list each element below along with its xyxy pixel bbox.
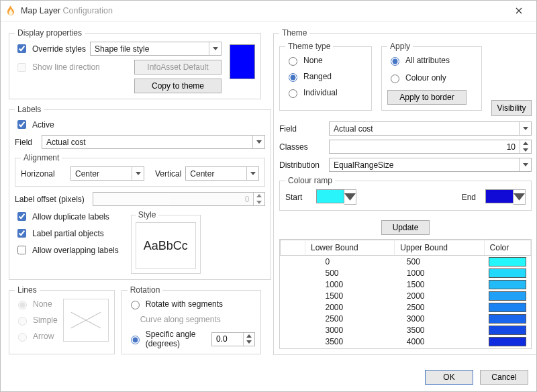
theme-classes-label: Classes <box>279 142 325 152</box>
theme-type-ranged-radio[interactable]: Ranged <box>285 71 366 82</box>
style-preview-box[interactable]: AaBbCc <box>136 222 196 269</box>
theme-type-none-radio[interactable]: None <box>285 55 366 66</box>
lines-legend: Lines <box>15 285 40 295</box>
theme-legend: Theme <box>279 28 309 38</box>
display-properties-legend: Display properties <box>15 28 85 38</box>
close-button[interactable] <box>505 1 532 20</box>
theme-classes-spinner[interactable] <box>329 140 532 154</box>
window-title: Map Layer Configuration <box>21 6 113 15</box>
chevron-down-icon <box>519 158 531 171</box>
table-row[interactable]: 25003000 <box>281 313 531 324</box>
apply-colour-radio[interactable]: Colour only <box>387 72 476 83</box>
style-preview-legend: Style <box>136 210 159 219</box>
close-icon <box>516 7 522 14</box>
bounds-table: Lower Bound Upper Bound Color 0500500100… <box>279 239 532 349</box>
apply-colour-label: Colour only <box>405 73 446 83</box>
titlebar: Map Layer Configuration <box>1 1 536 21</box>
labels-field-combo[interactable]: Actual cost <box>42 135 265 149</box>
lines-simple-label: Simple <box>33 315 58 325</box>
labels-active-checkbox[interactable]: Active <box>15 118 54 131</box>
cell-color <box>484 313 530 324</box>
cell-color <box>484 301 530 313</box>
cell-lower: 2500 <box>305 313 395 324</box>
style-combo[interactable]: Shape file style <box>90 42 222 56</box>
allow-dup-checkbox[interactable]: Allow duplicate labels <box>15 210 119 223</box>
lines-preview <box>63 299 109 342</box>
labels-active-label: Active <box>32 120 54 130</box>
copy-to-theme-button[interactable]: Copy to theme <box>134 79 222 93</box>
update-button[interactable]: Update <box>381 220 430 235</box>
theme-dist-value: EqualRangeSize <box>330 158 519 171</box>
show-line-direction-label: Show line direction <box>32 62 100 72</box>
alignment-h-combo[interactable]: Center <box>70 166 144 181</box>
rotation-legend: Rotation <box>128 285 163 295</box>
alignment-v-combo[interactable]: Center <box>185 166 259 181</box>
specific-angle-label: Specific angle (degrees) <box>146 330 207 348</box>
alignment-h-value: Center <box>71 167 132 180</box>
label-partial-checkbox[interactable]: Label partial objects <box>15 227 119 240</box>
visibility-button[interactable]: Visibility <box>491 100 532 116</box>
infoasset-default-button: InfoAsset Default <box>134 60 222 75</box>
ramp-start-swatch[interactable] <box>316 189 356 205</box>
cell-lower: 3000 <box>305 324 395 336</box>
window-title-suffix: Configuration <box>63 6 113 15</box>
table-row[interactable]: 35004000 <box>281 336 531 347</box>
labels-legend: Labels <box>15 105 44 114</box>
allow-overlap-checkbox[interactable]: Allow overlapping labels <box>15 244 119 256</box>
alignment-v-value: Center <box>186 167 246 180</box>
theme-type-individual-label: Individual <box>303 88 338 97</box>
specific-angle-radio[interactable]: Specific angle (degrees) <box>128 330 207 348</box>
override-styles-label: Override styles <box>32 44 86 54</box>
ramp-start-label: Start <box>285 193 312 202</box>
window-title-main: Map Layer <box>21 6 60 15</box>
labels-field-value: Actual cost <box>42 136 252 148</box>
table-row[interactable]: 5001000 <box>281 267 531 279</box>
lines-none-label: None <box>33 299 52 309</box>
theme-type-legend: Theme type <box>285 42 333 51</box>
col-header-upper[interactable]: Upper Bound <box>395 240 484 256</box>
cell-upper: 500 <box>395 256 484 268</box>
alignment-v-label: Vertical <box>155 169 181 179</box>
theme-type-individual-radio[interactable]: Individual <box>285 87 366 98</box>
chevron-down-icon <box>252 136 264 148</box>
rotation-group: Rotation Rotate with segments Curve alon… <box>121 285 261 354</box>
cell-upper: 2500 <box>395 301 484 313</box>
table-row[interactable]: 10001500 <box>281 279 531 290</box>
cell-upper: 2000 <box>395 290 484 301</box>
cancel-button[interactable]: Cancel <box>480 370 528 385</box>
apply-all-radio[interactable]: All attributes <box>387 55 476 66</box>
cell-lower: 1500 <box>305 290 395 301</box>
rotate-with-segments-radio[interactable]: Rotate with segments <box>128 299 255 309</box>
spinner-arrows-icon <box>253 193 264 205</box>
chevron-down-icon <box>344 189 356 205</box>
apply-to-border-button[interactable]: Apply to border <box>387 90 467 105</box>
cell-color <box>484 290 530 301</box>
dialog-window: Map Layer Configuration Display properti… <box>0 0 537 392</box>
cell-color <box>484 256 530 268</box>
override-styles-checkbox[interactable]: Override styles <box>15 42 86 55</box>
col-header-color[interactable]: Color <box>484 240 530 256</box>
table-row[interactable]: 30003500 <box>281 324 531 336</box>
ok-button[interactable]: OK <box>425 370 473 385</box>
table-row[interactable]: 15002000 <box>281 290 531 301</box>
cell-upper: 1000 <box>395 267 484 279</box>
ramp-end-swatch[interactable] <box>485 189 526 205</box>
specific-angle-spinner[interactable] <box>211 332 255 346</box>
lines-arrow-radio: Arrow <box>15 331 58 342</box>
cell-upper: 3500 <box>395 324 484 336</box>
theme-dist-combo[interactable]: EqualRangeSize <box>329 158 532 172</box>
theme-field-value: Actual cost <box>330 122 519 135</box>
lines-arrow-label: Arrow <box>33 332 54 341</box>
table-row[interactable]: 0500 <box>281 256 531 268</box>
style-combo-value: Shape file style <box>91 42 209 55</box>
display-color-swatch[interactable] <box>230 44 255 79</box>
table-row[interactable]: 20002500 <box>281 301 531 313</box>
allow-dup-label: Allow duplicate labels <box>32 212 109 222</box>
apply-all-label: All attributes <box>405 56 450 65</box>
apply-legend: Apply <box>387 42 413 51</box>
alignment-h-label: Horizonal <box>21 169 66 179</box>
allow-overlap-label: Allow overlapping labels <box>32 246 119 255</box>
labels-group: Labels Active Field Actual cost Alignmen <box>9 105 271 280</box>
theme-field-combo[interactable]: Actual cost <box>329 121 532 136</box>
col-header-lower[interactable]: Lower Bound <box>305 240 395 256</box>
